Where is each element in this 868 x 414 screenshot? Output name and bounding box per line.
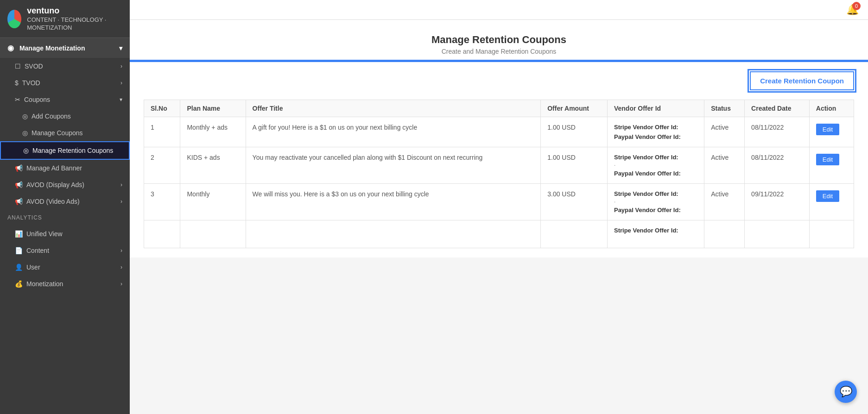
col-header-status: Status [704,100,745,117]
analytics-label: ANALYTICS [0,210,130,226]
sidebar-section-manage-monetization[interactable]: ◉ Manage Monetization ▾ [0,38,130,58]
sidebar-item-manage-ad-banner[interactable]: 📢 Manage Ad Banner [0,160,130,176]
banner-icon: 📢 [15,164,23,172]
page-header: Manage Retention Coupons Create and Mana… [130,20,868,60]
sidebar-item-user[interactable]: 👤 User › [0,259,130,276]
cell-vendor-offer-id: Stripe Vendor Offer Id: Paypal Vendor Of… [607,117,704,147]
notification-button[interactable]: 🔔 0 [846,4,859,16]
cell-status: Active [704,117,745,147]
cell-action: Edit [809,117,854,147]
logo-icon [7,10,21,28]
topbar: 🔔 0 [130,0,868,20]
cell-vendor-offer-id: Stripe Vendor Offer Id: . Paypal Vendor … [607,147,704,184]
coupons-table: Sl.No Plan Name Offer Title Offer Amount… [144,100,854,248]
sidebar-item-manage-coupons[interactable]: ◎ Manage Coupons [0,125,130,141]
table-row: 1 Monthly + ads A gift for you! Here is … [144,117,854,147]
sidebar-item-add-coupons[interactable]: ◎ Add Coupons [0,108,130,125]
sidebar-item-tvod[interactable]: $ TVOD › [0,75,130,91]
cell-created-date: 08/11/2022 [745,147,810,184]
cell-status: Active [704,184,745,220]
cell-slno: 1 [144,117,180,147]
arrow-icon: › [120,63,122,69]
cell-created-date: 08/11/2022 [745,117,810,147]
col-header-slno: Sl.No [144,100,180,117]
table-row: Stripe Vendor Offer Id: [144,220,854,248]
coupon-icon: ✂ [15,96,20,103]
col-header-offer-amount: Offer Amount [541,100,608,117]
arrow-icon: › [120,198,122,205]
cell-offer-title: A gift for you! Here is a $1 on us on yo… [246,117,541,147]
arrow-icon: › [120,264,122,270]
arrow-icon: › [120,80,122,86]
cell-plan-name [180,220,246,248]
circle-icon: ◎ [22,113,28,120]
create-retention-coupon-button[interactable]: Create Retention Coupon [750,71,854,90]
chart-icon: 📊 [15,230,23,238]
sidebar-item-unified-view[interactable]: 📊 Unified View [0,226,130,242]
chevron-down-icon: ▾ [119,44,122,52]
col-header-created-date: Created Date [745,100,810,117]
cell-status [704,220,745,248]
edit-button-row1[interactable]: Edit [816,154,839,165]
chat-icon: 💬 [840,386,852,398]
user-icon: 👤 [15,263,23,271]
sidebar-item-avod-display[interactable]: 📢 AVOD (Display Ads) › [0,176,130,193]
cell-action: Edit [809,147,854,184]
cell-offer-amount [541,220,608,248]
cell-status: Active [704,147,745,184]
arrow-icon: › [120,182,122,188]
cell-offer-title [246,220,541,248]
sidebar-item-avod-video[interactable]: 📢 AVOD (Video Ads) › [0,193,130,210]
cell-plan-name: Monthly [180,184,246,220]
dollar-icon: $ [15,79,19,87]
chat-support-button[interactable]: 💬 [835,381,857,403]
arrow-icon: › [120,247,122,254]
logo-text: ventuno CONTENT · TECHNOLOGY · MONETIZAT… [27,6,122,32]
create-btn-row: Create Retention Coupon [144,71,854,90]
cell-plan-name: Monthly + ads [180,117,246,147]
content-icon: 📄 [15,247,23,254]
sidebar-item-monetization[interactable]: 💰 Monetization › [0,276,130,292]
chevron-down-icon: ▾ [120,96,122,103]
cell-offer-title: We will miss you. Here is a $3 on us on … [246,184,541,220]
cell-plan-name: KIDS + ads [180,147,246,184]
cell-offer-amount: 3.00 USD [541,184,608,220]
cell-action [809,220,854,248]
col-header-vendor-offer-id: Vendor Offer Id [607,100,704,117]
table-row: 2 KIDS + ads You may reactivate your can… [144,147,854,184]
content-area: Manage Retention Coupons Create and Mana… [130,20,868,414]
sidebar-item-manage-retention-coupons[interactable]: ◎ Manage Retention Coupons [0,141,130,160]
cell-slno: 3 [144,184,180,220]
col-header-plan-name: Plan Name [180,100,246,117]
content-box: Create Retention Coupon Sl.No Plan Name … [130,62,868,257]
page-subtitle: Create and Manage Retention Coupons [139,48,859,55]
cell-vendor-offer-id: Stripe Vendor Offer Id: . Paypal Vendor … [607,184,704,220]
circle-icon: ◎ [22,129,28,137]
sidebar-item-svod[interactable]: ☐ SVOD › [0,58,130,75]
notification-badge: 0 [852,2,861,10]
main-area: 🔔 0 Manage Retention Coupons Create and … [130,0,868,414]
cell-offer-title: You may reactivate your cancelled plan a… [246,147,541,184]
cell-offer-amount: 1.00 USD [541,117,608,147]
cell-offer-amount: 1.00 USD [541,147,608,184]
arrow-icon: › [120,281,122,287]
sidebar-item-content[interactable]: 📄 Content › [0,242,130,259]
edit-button-row2[interactable]: Edit [816,190,839,202]
col-header-offer-title: Offer Title [246,100,541,117]
cell-slno [144,220,180,248]
cell-vendor-offer-id: Stripe Vendor Offer Id: [607,220,704,248]
col-header-action: Action [809,100,854,117]
svod-icon: ☐ [15,63,21,70]
sidebar: ventuno CONTENT · TECHNOLOGY · MONETIZAT… [0,0,130,414]
circle-icon: ◎ [23,147,29,154]
logo-area: ventuno CONTENT · TECHNOLOGY · MONETIZAT… [0,0,130,38]
table-row: 3 Monthly We will miss you. Here is a $3… [144,184,854,220]
sidebar-item-coupons[interactable]: ✂ Coupons ▾ [0,91,130,108]
display-icon: 📢 [15,181,23,188]
page-title: Manage Retention Coupons [139,34,859,46]
edit-button-row0[interactable]: Edit [816,124,839,135]
cell-action: Edit [809,184,854,220]
cell-created-date: 09/11/2022 [745,184,810,220]
monetization-icon: 💰 [15,280,23,288]
cell-created-date [745,220,810,248]
